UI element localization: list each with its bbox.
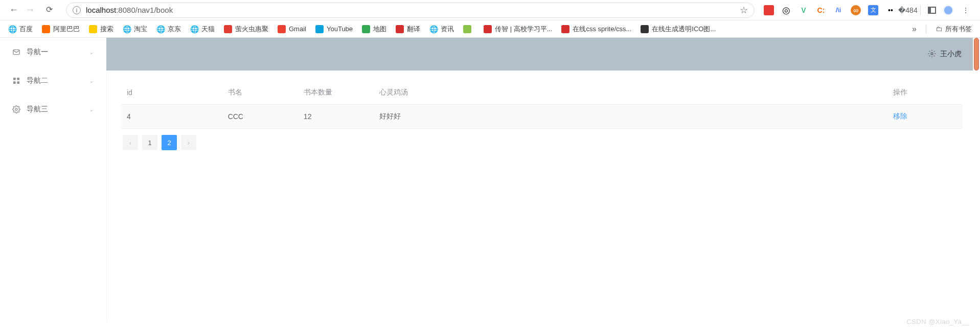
favicon-icon	[396, 25, 404, 33]
bookmark-label: 淘宝	[134, 25, 147, 34]
cell-soup: 好好好	[373, 105, 525, 129]
cell-id: 4	[121, 105, 222, 129]
bookmark-item[interactable]: 搜索	[89, 25, 113, 34]
cell-op: 移除	[887, 105, 963, 129]
bookmark-item[interactable]: 🌐淘宝	[123, 25, 147, 34]
favicon-icon: 🌐	[190, 25, 198, 33]
favicon-icon	[89, 25, 97, 33]
divider	[926, 25, 926, 34]
page-prev-button[interactable]: ‹	[123, 135, 138, 150]
forward-button[interactable]: →	[26, 5, 35, 15]
favicon-icon	[641, 25, 649, 33]
table-header-row: id 书名 书本数量 心灵鸡汤 操作	[121, 81, 963, 105]
folder-icon: 🗀	[936, 25, 942, 33]
scrollbar-thumb[interactable]	[974, 38, 979, 71]
bookmark-item[interactable]: YouTube	[315, 25, 353, 33]
bookmark-label: 翻译	[407, 25, 420, 34]
main-area: 王小虎 id 书名 书本数量 心灵鸡汤 操作	[106, 38, 980, 322]
back-button[interactable]: ←	[9, 5, 18, 15]
sidebar-item-nav2[interactable]: 导航二 ⌄	[0, 66, 106, 95]
bookmark-label: 资讯	[441, 25, 454, 34]
all-bookmarks-button[interactable]: 🗀 所有书签	[936, 25, 972, 34]
bookmark-item[interactable]: 翻译	[396, 25, 420, 34]
chevron-down-icon: ⌄	[89, 77, 94, 84]
page-1-button[interactable]: 1	[142, 135, 157, 150]
sidebar-item-label: 导航一	[27, 48, 89, 57]
ext-icon-ai[interactable]: /\i	[833, 5, 844, 15]
bookmark-item[interactable]: 地图	[362, 25, 386, 34]
bookmark-label: 天猫	[201, 25, 215, 34]
favicon-icon	[561, 25, 569, 33]
gear-icon	[12, 105, 20, 113]
bookmark-label: 在线css sprite/css...	[573, 25, 631, 34]
favicon-icon: 🌐	[156, 25, 165, 33]
bookmark-item[interactable]	[463, 25, 474, 33]
svg-rect-4	[17, 81, 19, 84]
col-soup: 心灵鸡汤	[373, 81, 525, 105]
extensions-icon[interactable]: �484	[903, 5, 913, 15]
cell-qty: 12	[298, 105, 373, 129]
app-container: 导航一 ⌄ 导航二 ⌄ 导航三 ⌄ 王小虎 id	[0, 38, 980, 322]
grid-icon	[12, 77, 20, 85]
chevron-down-icon: ⌄	[89, 106, 94, 113]
page-next-button[interactable]: ›	[181, 135, 196, 150]
bookmark-item[interactable]: 在线css sprite/css...	[561, 25, 631, 34]
ext-icon-1[interactable]	[764, 5, 774, 15]
bookmark-item[interactable]: 🌐京东	[156, 25, 181, 34]
bookmark-item[interactable]: 🌐百度	[8, 25, 33, 34]
page-2-button[interactable]: 2	[162, 135, 177, 150]
favicon-icon	[463, 25, 471, 33]
vue-devtools-icon[interactable]: V	[799, 5, 809, 15]
url-path: :8080/nav1/book	[116, 6, 173, 14]
table-row: 4 CCC 12 好好好 移除	[121, 105, 963, 129]
watermark-text: CSDN @Xiao_Ya__	[906, 318, 970, 322]
ext-icon-2[interactable]: ◎	[781, 5, 791, 15]
remove-link[interactable]: 移除	[893, 112, 907, 120]
bookmark-label: Gmail	[289, 25, 306, 33]
bookmark-label: 在线生成透明ICO图...	[652, 25, 716, 34]
username-label: 王小虎	[940, 50, 962, 59]
extension-icons: ◎ V C: /\i ∞ 文 •• �484 ⋮	[764, 5, 975, 15]
sidebar-item-nav1[interactable]: 导航一 ⌄	[0, 38, 106, 66]
favicon-icon	[224, 25, 232, 33]
user-menu[interactable]: 王小虎	[928, 50, 962, 59]
chevron-down-icon: ⌄	[89, 49, 94, 56]
svg-point-5	[15, 108, 17, 110]
all-bookmarks-label: 所有书签	[945, 25, 972, 34]
sidepanel-icon[interactable]	[928, 7, 936, 14]
sidebar-item-label: 导航二	[27, 76, 89, 85]
bookmarks-overflow-icon[interactable]: »	[912, 25, 917, 34]
bookmark-label: 阿里巴巴	[53, 25, 80, 34]
reload-button[interactable]: ⟳	[46, 5, 53, 15]
bookmark-item[interactable]: 传智 | 高校学习平...	[484, 25, 552, 34]
col-id: id	[121, 81, 222, 105]
bookmark-item[interactable]: 🌐天猫	[190, 25, 215, 34]
bookmark-star-icon[interactable]: ☆	[740, 5, 748, 16]
bookmark-item[interactable]: 🌐资讯	[429, 25, 454, 34]
bookmark-label: YouTube	[327, 25, 353, 33]
bookmark-label: 百度	[19, 25, 33, 34]
address-bar[interactable]: i localhost:8080/nav1/book ☆	[66, 3, 755, 18]
bookmark-item[interactable]: 萤火虫惠聚	[224, 25, 268, 34]
bookmark-item[interactable]: 阿里巴巴	[42, 25, 80, 34]
profile-avatar-icon[interactable]	[943, 5, 953, 15]
bookmark-item[interactable]: Gmail	[278, 25, 306, 33]
mail-icon	[12, 48, 20, 56]
svg-point-6	[931, 53, 933, 55]
browser-toolbar: ← → ⟳ i localhost:8080/nav1/book ☆ ◎ V C…	[0, 0, 980, 20]
ext-icon-c[interactable]: C:	[816, 5, 826, 15]
bookmark-item[interactable]: 在线生成透明ICO图...	[641, 25, 716, 34]
favicon-icon	[42, 25, 50, 33]
cell-name: CCC	[222, 105, 298, 129]
svg-rect-3	[13, 81, 16, 84]
col-name: 书名	[222, 81, 298, 105]
col-qty: 书本数量	[298, 81, 373, 105]
site-info-icon[interactable]: i	[73, 6, 81, 14]
ext-icon-inf[interactable]: ∞	[851, 5, 861, 15]
ext-icon-dots[interactable]: ••	[885, 5, 896, 15]
sidebar-item-nav3[interactable]: 导航三 ⌄	[0, 95, 106, 124]
sidebar-item-label: 导航三	[27, 105, 89, 114]
translate-icon[interactable]: 文	[868, 5, 878, 15]
bookmark-label: 京东	[168, 25, 181, 34]
chrome-menu-icon[interactable]: ⋮	[961, 5, 971, 15]
